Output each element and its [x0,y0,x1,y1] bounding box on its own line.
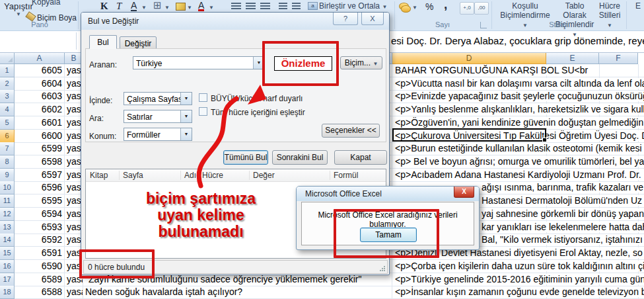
cell-a8[interactable]: 6598 [15,155,65,168]
result-column-2[interactable]: Sayfa [123,171,143,180]
cell-a3[interactable]: 6603 [15,90,65,103]
increase-indent-icon[interactable] [292,3,301,10]
cell-d10[interactable]: ağışı ısınma, barınma, trafik kazaları v… [482,182,644,192]
row-header-11[interactable]: 11 [0,194,15,208]
cell-a1[interactable]: 6605 [15,64,65,77]
cell-d8[interactable]: <p> Bel ve boyun ağrısı; omurga ve omuri… [395,156,644,167]
row-header-2[interactable]: 2 [0,77,15,91]
cell-a12[interactable]: 6594 [15,208,65,220]
cell-a9[interactable]: 6597 [15,169,65,181]
decrease-indent-icon[interactable] [279,3,287,10]
decrease-decimal-button[interactable]: ,00 [474,2,489,15]
cell-d12[interactable]: yaj sahnesine görkemli bir dönüş yapan [482,208,644,219]
cell-d16[interactable]: <p>Çorba içen kişilerin daha uzun süre t… [395,261,644,271]
cell-a11[interactable]: 6595 [15,194,65,207]
cell-a6[interactable]: 6600 [15,130,65,142]
row-header-6[interactable]: 6 [0,130,15,143]
options-button[interactable]: Seçenekler << [322,124,380,138]
column-header-f[interactable]: F [599,53,638,64]
cell-a13[interactable]: 6593 [15,221,65,234]
row-header-3[interactable]: 3 [0,90,15,103]
cell-d1[interactable]: BAHAR YORGUNLUĞUNA KARŞI BOL SU<br [395,65,589,75]
cell-b18[interactable]: yasam [65,286,83,298]
cell-d5[interactable]: <p>Özgüven'in, yani kendinize güvenin do… [395,117,644,128]
cell-styles-button[interactable]: Hücre Stilleri ▼ [597,1,622,30]
cell-d18[interactable]: <p>İnsanlar kışın zamanın çoğunu evde ge… [395,286,644,297]
cell-d17[interactable]: <p>Türkiye genelinde 2015-2016 eğitimini… [395,274,644,284]
find-next-button[interactable]: Sonrakini Bul [272,150,328,165]
result-column-1[interactable]: Kitap [90,171,108,180]
row-header-9[interactable]: 9 [0,169,15,182]
result-column-3[interactable]: Adı [184,171,196,180]
cell-a2[interactable]: 6604 [15,77,65,90]
copy-button[interactable]: Kopyala [32,0,60,7]
close-button[interactable]: X [361,13,384,25]
row-header-8[interactable]: 8 [0,155,15,169]
fill-color-dropdown-icon[interactable]: ▼ [187,5,192,11]
column-header-a[interactable]: A [15,53,65,64]
cell-d2[interactable]: <p>Vücutta nasıl bir kan dolaşımı varsa … [395,78,644,89]
underline-dropdown-icon[interactable]: ▼ [141,5,147,11]
cell-a10[interactable]: 6596 [15,181,65,194]
match-case-checkbox[interactable] [199,93,207,102]
row-header-17[interactable]: 17 [0,273,15,286]
result-column-4[interactable]: Hücre [202,171,223,180]
close-dialog-button[interactable]: Kapat [334,150,387,165]
currency-dropdown-icon[interactable]: ▼ [412,5,417,11]
font-color-icon[interactable]: A [198,1,204,11]
cell-d7[interactable]: <p>Burun estetiğinde kullanılan klasik o… [395,143,643,153]
cell-d14[interactable]: Bal, "Kilo vermek istiyorsanız, iştahını… [482,234,644,245]
result-column-6[interactable]: Formül [334,171,358,180]
tab-bul[interactable]: Bul [89,35,117,49]
cell-a4[interactable]: 6602 [15,103,65,116]
result-column-5[interactable]: Değer [253,171,275,180]
cell-a16[interactable]: 6590 [15,260,65,273]
row-header-10[interactable]: 10 [0,181,15,194]
find-all-button[interactable]: Tümünü Bul [223,150,268,165]
cell-a18[interactable]: 6588 [15,286,65,298]
column-header-e[interactable]: E [546,53,599,64]
comma-style-button[interactable]: , [444,0,447,9]
tab-degistir[interactable]: Değiştir [120,36,157,49]
cell-d13[interactable]: kar yanıkları ise lekelenmelere hatta da… [482,222,644,232]
row-header-16[interactable]: 16 [0,260,15,273]
cell-d9[interactable]: <p>Acıbadem Adana Hastanesi Kardiyoloji … [395,169,644,180]
resize-grip[interactable] [379,265,386,272]
row-header-15[interactable]: 15 [0,247,15,260]
within-select[interactable]: Çalışma Sayfası ▼ [124,92,192,105]
row-header-13[interactable]: 13 [0,221,15,234]
row-header-14[interactable]: 14 [0,234,15,247]
cell-a5[interactable]: 6601 [15,116,65,129]
search-input[interactable]: Türkiye ▼ [133,56,265,69]
column-header-d[interactable]: D [392,53,546,64]
selected-cell-outline[interactable] [392,128,546,142]
cell-d11[interactable]: Hastanesi Dermatoloji Bölümü'nden Uz [482,195,643,206]
search-order-select[interactable]: Satırlar ▼ [124,110,192,123]
chevron-down-icon[interactable]: ▼ [180,128,192,140]
italic-button[interactable]: T [116,1,122,11]
cell-a15[interactable]: 6591 [15,247,65,259]
merge-center-icon[interactable]: a [308,2,318,10]
fill-handle[interactable] [542,138,547,142]
select-all-corner[interactable] [0,53,15,64]
row-header-7[interactable]: 7 [0,142,15,155]
cell-a7[interactable]: 6599 [15,142,65,155]
cell-c18[interactable]: Neden soğuk havalarda iştah açılıyor? [83,286,392,298]
borders-icon[interactable]: ⊞ [153,1,162,10]
row-header-18[interactable]: 18 [0,286,15,299]
cell-d4[interactable]: <p>Yanlış beslenme alışkanlıkları, harek… [395,104,644,114]
bold-button[interactable]: K [100,1,108,11]
match-entire-checkbox[interactable] [199,107,207,116]
fill-color-icon[interactable] [176,3,186,11]
underline-button[interactable]: A [131,1,137,11]
align-right-icon[interactable] [260,3,270,10]
help-button[interactable]: ? [333,13,358,25]
format-button[interactable]: Biçim... ▼ [340,56,382,69]
row-header-1[interactable]: 1 [0,64,15,77]
percent-style-button[interactable]: % [425,2,433,11]
chevron-down-icon[interactable]: ▼ [180,93,192,105]
row-header-5[interactable]: 5 [0,116,15,130]
row-header-12[interactable]: 12 [0,208,15,221]
align-left-icon[interactable] [231,3,241,10]
merge-center-button[interactable]: Birleştir ve Ortala ▼ [319,1,387,12]
